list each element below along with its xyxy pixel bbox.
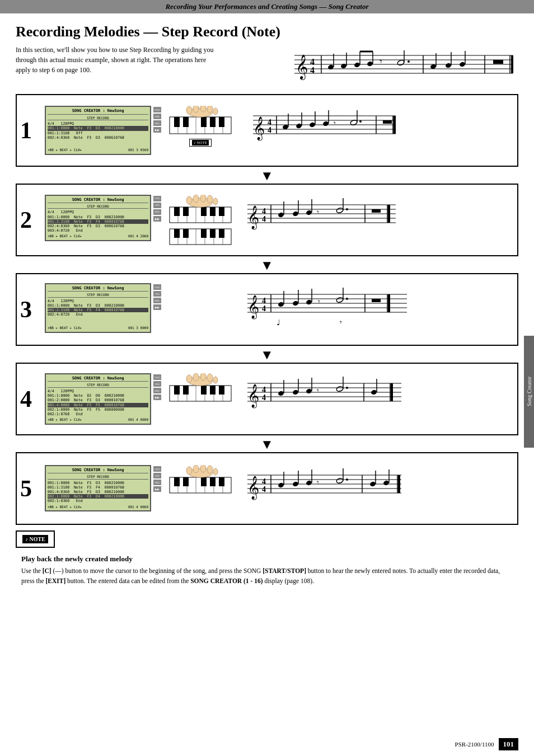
step-5-lcd: SONG CREATOR : NewSong STEP RECORD 001:1… (45, 465, 151, 511)
svg-point-185 (306, 388, 312, 395)
step-3-lcd-side-buttons: CHG INS DEL ▶▶ (153, 284, 161, 310)
step-2-lcd-row-0: 4/4 120PPQ (48, 210, 148, 214)
svg-rect-87 (219, 207, 224, 216)
right-sidebar-text: Song Creator (526, 377, 532, 406)
step-5-btn-extra[interactable]: ▶▶ (153, 486, 161, 492)
step-5-lcd-row-3: 001:4:0360 Note F3 D3 000210000 (48, 490, 148, 494)
svg-point-169 (200, 373, 206, 381)
top-staff-svg: 𝄞 4 4 𝄾 (278, 47, 518, 86)
svg-text:𝄾: 𝄾 (317, 210, 319, 214)
page-header: Recording Your Performances and Creating… (0, 0, 534, 13)
step-2-hand-svg (167, 195, 234, 226)
step-3-btn-top[interactable]: CHG (153, 284, 161, 290)
top-music-example: 𝄞 4 4 𝄾 (278, 47, 518, 88)
bottom-note-box: ♪ NOTE (16, 530, 55, 548)
svg-point-212 (207, 466, 213, 473)
step-3-lcd-row-2: 001:2:3108 Note F3 F4 000010768 (48, 308, 148, 312)
svg-point-190 (346, 387, 348, 389)
svg-point-209 (186, 467, 192, 475)
step-4-btn-top[interactable]: CHG (153, 374, 161, 380)
svg-point-167 (186, 375, 192, 383)
intro-text: In this section, we'll show you how to u… (16, 45, 223, 75)
step-1-lcd-side-buttons: CHG INS DEL ▶▶ (153, 107, 161, 133)
svg-rect-105 (219, 229, 224, 238)
svg-point-9 (327, 64, 334, 71)
page-title: Recording Melodies — Step Record (Note) (16, 24, 518, 40)
step-2-btn-top[interactable]: CHG (153, 196, 161, 201)
svg-text:4: 4 (262, 485, 266, 494)
step-4-lcd-bottom: ▾BB ▸ BEAT ▸ CLK▸ 001 4 0000 (48, 417, 148, 422)
svg-rect-151 (372, 299, 381, 302)
step-1-btn-mid[interactable]: INS (153, 114, 161, 119)
step-2-btn-bot[interactable]: DEL (153, 209, 161, 215)
step-2-lcd-row-1: 001:1:0000 Note F3 D3 000210000 (48, 215, 148, 219)
step-4-lcd-subtitle: STEP RECORD (48, 383, 148, 388)
step-5-box: 5 SONG CREATOR : NewSong STEP RECORD 001… (16, 452, 518, 525)
svg-text:4: 4 (262, 207, 266, 215)
play-back-text: Use the [C] (—) button to move the curso… (21, 566, 513, 586)
svg-point-149 (346, 298, 348, 300)
step-1-hand-svg (167, 106, 234, 137)
step-1-number: 1 (20, 119, 45, 142)
svg-point-19 (397, 59, 405, 66)
step-5-btn-mid[interactable]: INS (153, 473, 161, 478)
step-1-btn-bot[interactable]: DEL (153, 120, 161, 126)
svg-text:4: 4 (268, 126, 271, 134)
step-2-lcd-side-buttons: CHG INS DEL ▶▶ (153, 196, 161, 222)
step-1-lcd-title: SONG CREATOR : NewSong (48, 109, 148, 114)
arrow-2-3: ▼ (16, 259, 518, 272)
svg-point-183 (292, 389, 299, 396)
step-1-note-box: ♪ NOTE (189, 139, 212, 147)
step-4-keyboard-hand (167, 373, 234, 406)
svg-text:𝄞: 𝄞 (253, 116, 265, 141)
svg-rect-30 (493, 60, 503, 64)
step-4-lcd-row-5: 002:1:0768 End (48, 412, 148, 416)
step-5-hand-svg (167, 465, 234, 496)
step-3-lcd-subtitle: STEP RECORD (48, 293, 148, 298)
step-2-btn-extra[interactable]: ▶▶ (153, 216, 161, 222)
step-3-lcd: SONG CREATOR : NewSong STEP RECORD 4/4 1… (45, 283, 151, 333)
svg-point-138 (278, 302, 284, 308)
arrow-4-5: ▼ (16, 438, 518, 451)
svg-rect-165 (219, 386, 224, 395)
step-3-btn-bot[interactable]: DEL (153, 298, 161, 303)
svg-point-234 (369, 481, 376, 487)
svg-rect-40 (174, 117, 180, 127)
svg-point-213 (213, 468, 218, 475)
step-3-btn-extra[interactable]: ▶▶ (153, 304, 161, 310)
svg-rect-104 (210, 229, 216, 238)
svg-rect-126 (372, 209, 381, 213)
step-3-lcd-row-3: 002:4:0720 End (48, 312, 148, 317)
step-4-btn-mid[interactable]: INS (153, 381, 161, 387)
svg-point-66 (322, 121, 329, 127)
step-1-btn-extra[interactable]: ▶▶ (153, 127, 161, 133)
step-2-box: 2 SONG CREATOR : NewSong STEP RECORD 4/4… (16, 184, 518, 256)
svg-point-115 (278, 212, 284, 218)
step-1-lcd: SONG CREATOR : NewSong STEP RECORD 4/4 1… (45, 106, 151, 154)
svg-point-188 (336, 386, 344, 392)
step-4-btn-extra[interactable]: ▶▶ (153, 395, 161, 400)
svg-rect-205 (201, 477, 207, 486)
svg-rect-83 (174, 207, 180, 216)
step-1-btn-top[interactable]: CHG (153, 107, 161, 112)
step-4-btn-bot[interactable]: DEL (153, 388, 161, 393)
step-4-lcd-side-buttons: CHG INS DEL ▶▶ (153, 374, 161, 400)
svg-point-192 (371, 389, 377, 396)
step-3-lcd-row-0: 4/4 120PPQ (48, 299, 148, 303)
svg-point-223 (278, 482, 284, 489)
play-back-section: Play back the newly created melody Use t… (16, 555, 518, 586)
svg-text:4: 4 (262, 215, 266, 223)
step-3-btn-mid[interactable]: INS (153, 291, 161, 297)
svg-point-225 (292, 481, 299, 487)
step-1-staff: 𝄞 4 4 𝄾 (242, 106, 399, 151)
step-5-lcd-title: SONG CREATOR : NewSong (48, 468, 148, 473)
step-4-box: 4 SONG CREATOR : NewSong STEP RECORD 4/4… (16, 363, 518, 435)
step-2-btn-mid[interactable]: INS (153, 203, 161, 208)
step-5-lcd-wrapper: SONG CREATOR : NewSong STEP RECORD 001:1… (45, 465, 151, 511)
header-text: Recording Your Performances and Creating… (165, 2, 368, 11)
step-5-btn-top[interactable]: CHG (153, 466, 161, 472)
svg-rect-207 (219, 477, 224, 486)
step-5-btn-bot[interactable]: DEL (153, 480, 161, 485)
step-2-lcd-subtitle: STEP RECORD (48, 204, 148, 209)
footer-model: PSR-2100/1100 (455, 741, 494, 748)
